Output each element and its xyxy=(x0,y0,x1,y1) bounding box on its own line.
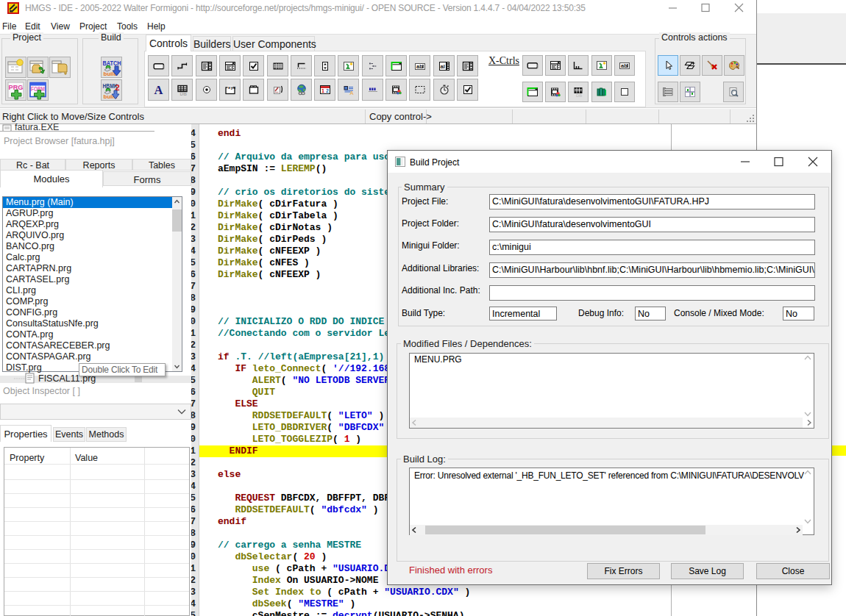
svg-text:al: al xyxy=(440,63,444,70)
svg-text:xyz: xyz xyxy=(227,85,235,90)
svg-text:ab: ab xyxy=(416,63,423,70)
svg-text:A: A xyxy=(349,90,353,96)
svg-text:A: A xyxy=(154,84,163,96)
svg-text:ab: ab xyxy=(621,62,628,69)
svg-text:2: 2 xyxy=(326,88,329,93)
svg-text:DB: DB xyxy=(179,91,187,96)
svg-text:BATCH: BATCH xyxy=(102,59,121,66)
svg-text:1: 1 xyxy=(321,88,324,93)
svg-text:DB: DB xyxy=(576,93,582,98)
